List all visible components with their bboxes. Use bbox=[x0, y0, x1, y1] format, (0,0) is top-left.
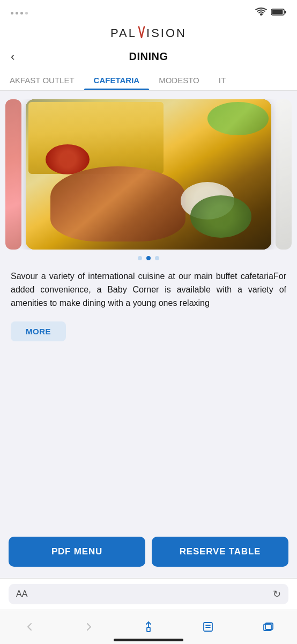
reload-button[interactable]: ↻ bbox=[273, 588, 281, 600]
bottom-actions: PDF MENU RESERVE TABLE bbox=[0, 529, 297, 574]
carousel-track bbox=[5, 99, 292, 250]
logo-area: PAL ISION bbox=[0, 24, 297, 46]
signal-dot bbox=[16, 12, 18, 14]
carousel-dots bbox=[0, 256, 297, 260]
logo-v-icon bbox=[137, 26, 146, 41]
image-carousel[interactable] bbox=[0, 99, 297, 250]
signal-dots bbox=[11, 12, 28, 14]
logo-text-part2: ISION bbox=[146, 26, 187, 40]
tab-it[interactable]: IT bbox=[209, 69, 235, 90]
page-title: DINING bbox=[11, 50, 286, 63]
svg-rect-2 bbox=[272, 10, 283, 14]
browser-share-button[interactable] bbox=[137, 615, 160, 639]
reserve-table-button[interactable]: RESERVE TABLE bbox=[152, 537, 288, 567]
signal-dot bbox=[25, 12, 28, 14]
browser-back-button[interactable] bbox=[18, 615, 41, 639]
spacer bbox=[0, 352, 297, 427]
tab-breakfast[interactable]: AKFAST OUTLET bbox=[0, 69, 84, 90]
app-logo: PAL ISION bbox=[110, 26, 187, 41]
wifi-icon bbox=[255, 8, 267, 18]
browser-bar: AA ↻ bbox=[0, 578, 297, 610]
browser-forward-button[interactable] bbox=[77, 615, 101, 639]
carousel-dot-3[interactable] bbox=[155, 256, 159, 260]
more-button-wrap: MORE bbox=[0, 314, 297, 352]
content-area: Savour a variety of international cuisin… bbox=[0, 91, 297, 427]
tab-cafetaria[interactable]: CAFETARIA bbox=[84, 69, 150, 90]
battery-icon bbox=[271, 8, 286, 18]
svg-rect-5 bbox=[204, 623, 212, 631]
header: ‹ DINING bbox=[0, 46, 297, 69]
signal-dot bbox=[20, 12, 23, 14]
pdf-menu-button[interactable]: PDF MENU bbox=[9, 537, 145, 567]
logo-text-part1: PAL bbox=[110, 26, 137, 40]
svg-rect-4 bbox=[147, 627, 150, 632]
text-size-button[interactable]: AA bbox=[16, 589, 27, 599]
carousel-dot-1[interactable] bbox=[138, 256, 142, 260]
back-button[interactable]: ‹ bbox=[11, 50, 14, 64]
restaurant-description: Savour a variety of international cuisin… bbox=[0, 260, 297, 314]
food-photo bbox=[26, 99, 271, 250]
browser-tabs-button[interactable] bbox=[256, 615, 279, 639]
carousel-side-left bbox=[5, 99, 21, 250]
browser-address-bar[interactable]: AA ↻ bbox=[9, 584, 288, 604]
carousel-main-image bbox=[26, 99, 271, 250]
tabs-container: AKFAST OUTLET CAFETARIA MODESTO IT bbox=[0, 69, 297, 91]
status-icons bbox=[255, 8, 286, 18]
tab-modesto[interactable]: MODESTO bbox=[149, 69, 209, 90]
carousel-side-right bbox=[276, 99, 292, 250]
svg-point-0 bbox=[260, 13, 262, 16]
browser-bookmarks-button[interactable] bbox=[196, 615, 220, 639]
svg-rect-3 bbox=[285, 11, 286, 13]
home-indicator bbox=[114, 639, 183, 641]
signal-dot bbox=[11, 12, 13, 14]
carousel-dot-2[interactable] bbox=[146, 256, 151, 260]
status-bar bbox=[0, 0, 297, 24]
more-button[interactable]: MORE bbox=[11, 321, 66, 341]
logo-accent-wrap bbox=[137, 26, 146, 41]
